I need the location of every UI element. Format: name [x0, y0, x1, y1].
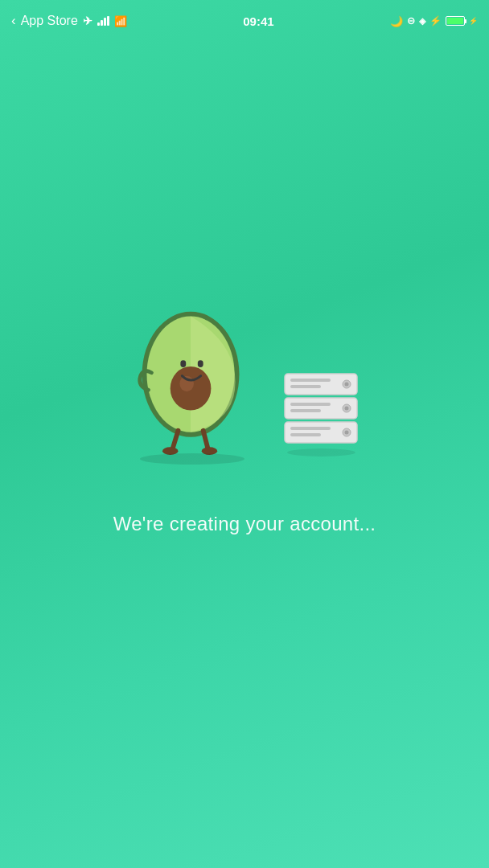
svg-rect-22 [290, 433, 321, 436]
svg-rect-21 [290, 427, 331, 430]
svg-rect-17 [290, 409, 321, 412]
svg-point-24 [345, 431, 349, 435]
status-right: 🌙 ⊝ ◈ ⚡ ⚡ [390, 15, 478, 27]
back-arrow-icon[interactable]: ‹ [11, 13, 16, 29]
svg-point-19 [345, 407, 349, 411]
airplane-icon: ✈ [83, 14, 92, 27]
illustration-area [128, 304, 361, 465]
svg-rect-5 [198, 360, 203, 367]
svg-rect-4 [180, 360, 186, 367]
battery-indicator: ⚡ [446, 16, 478, 26]
svg-point-14 [345, 383, 349, 387]
server-shadow [287, 448, 355, 457]
loading-message: We're creating your account... [113, 513, 376, 535]
lock-icon: ⊝ [407, 15, 415, 27]
wifi-icon: 📶 [114, 15, 127, 27]
avocado-shadow [140, 453, 244, 465]
svg-line-6 [173, 431, 179, 448]
bluetooth-icon: ⚡ [429, 15, 442, 27]
avocado-character [128, 304, 257, 465]
svg-rect-16 [290, 403, 331, 406]
svg-line-7 [203, 431, 208, 448]
server-stack [281, 371, 361, 457]
moon-icon: 🌙 [390, 15, 403, 27]
back-label[interactable]: App Store [21, 14, 78, 28]
status-bar: ‹ App Store ✈ 📶 09:41 🌙 ⊝ ◈ ⚡ ⚡ [0, 0, 489, 35]
server-svg [281, 371, 361, 447]
svg-rect-11 [290, 379, 331, 382]
location-icon: ◈ [419, 16, 425, 27]
status-time: 09:41 [243, 14, 273, 28]
status-left: ‹ App Store ✈ 📶 [11, 13, 127, 29]
time-display: 09:41 [243, 14, 273, 28]
avocado-svg [128, 304, 257, 457]
svg-rect-12 [290, 385, 321, 388]
signal-bars-icon [97, 16, 109, 26]
main-content: We're creating your account... [0, 35, 489, 868]
